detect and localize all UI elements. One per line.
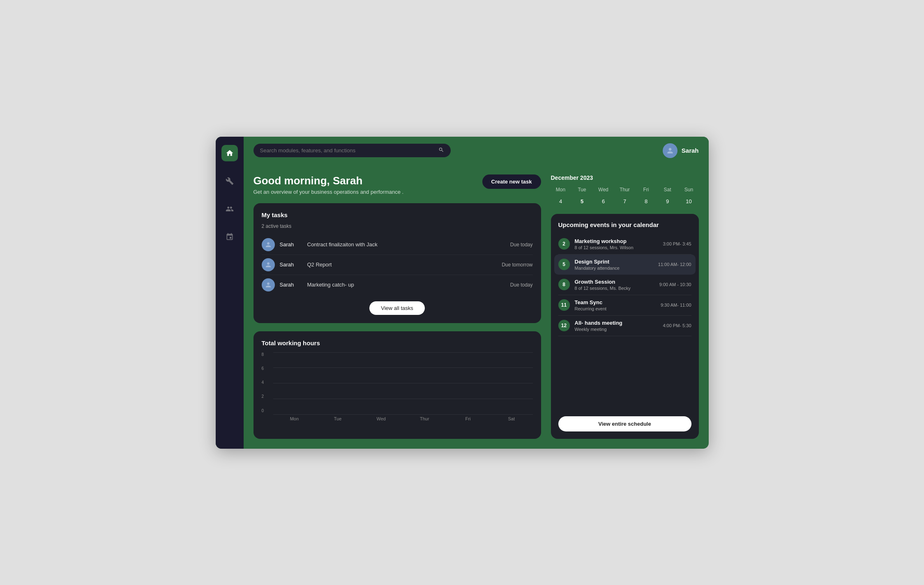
bars-area (273, 352, 533, 415)
task-list: Sarah Contract finalizaiton with Jack Du… (262, 235, 533, 295)
right-panel: December 2023 MonTueWedThurFriSatSun4567… (551, 174, 699, 439)
calendar-days: MonTueWedThurFriSatSun45678910 (551, 185, 699, 207)
task-avatar (262, 238, 275, 251)
event-item[interactable]: 12 All- hands meeting Weekly meeting 4:0… (558, 316, 691, 336)
tasks-card: My tasks 2 active tasks Sarah Contract f… (253, 203, 541, 323)
left-panel: Good morning, Sarah Get an overview of y… (253, 174, 541, 439)
chart-title: Total working hours (262, 340, 533, 346)
y-label-0: 0 (262, 408, 270, 413)
search-icon (438, 147, 444, 154)
event-name: Team Sync (575, 299, 656, 305)
chart-container: 8 6 4 2 0 (262, 352, 533, 422)
view-schedule-button[interactable]: View entire schedule (558, 416, 691, 431)
sidebar-item-people[interactable] (221, 201, 238, 217)
task-name: Q2 Report (307, 262, 497, 268)
search-input[interactable] (260, 147, 435, 154)
event-time: 9:00 AM - 10:30 (659, 282, 691, 287)
event-num: 12 (558, 320, 570, 331)
event-info: Team Sync Recurring event (575, 299, 656, 311)
cal-day[interactable]: 7 (619, 196, 631, 207)
task-name: Marketing catch- up (307, 282, 505, 288)
cal-day[interactable]: 9 (662, 196, 673, 207)
events-card: Upcoming events in your calendar 2 Marke… (551, 214, 699, 439)
tasks-section-title: My tasks (262, 211, 533, 218)
bar-label: Mon (277, 415, 313, 422)
user-name: Sarah (682, 147, 699, 154)
event-name: Marketing workshop (575, 238, 658, 244)
greeting-text: Good morning, Sarah Get an overview of y… (253, 174, 404, 195)
event-info: Growth Session 8 of 12 sessions, Ms. Bec… (575, 279, 654, 291)
task-user: Sarah (280, 262, 302, 268)
bar-label: Wed (363, 415, 399, 422)
event-info: Marketing workshop 8 of 12 sessions, Mrs… (575, 238, 658, 250)
greeting-row: Good morning, Sarah Get an overview of y… (253, 174, 541, 195)
sidebar (216, 137, 244, 449)
event-sub: Recurring event (575, 306, 656, 311)
event-sub: 8 of 12 sessions, Ms. Becky (575, 286, 654, 291)
calendar-month: December 2023 (551, 174, 699, 181)
y-axis: 8 6 4 2 0 (262, 352, 270, 422)
cal-day[interactable]: 4 (555, 196, 567, 207)
content-area: Good morning, Sarah Get an overview of y… (244, 165, 709, 449)
sidebar-item-home[interactable] (221, 145, 238, 161)
user-area: Sarah (663, 143, 699, 158)
event-info: Design Sprint Mandatory attendance (575, 259, 653, 271)
event-num: 2 (558, 238, 570, 250)
sidebar-item-tools[interactable] (221, 173, 238, 189)
event-sub: Mandatory attendance (575, 266, 653, 271)
app-window: Sarah Good morning, Sarah Get an overvie… (216, 137, 709, 449)
y-label-6: 6 (262, 366, 270, 371)
cal-day-header: Sun (679, 185, 699, 194)
task-due: Due tomorrow (502, 262, 532, 268)
cal-day-header: Wed (594, 185, 613, 194)
event-num: 11 (558, 299, 570, 311)
task-due: Due today (510, 282, 533, 288)
search-bar[interactable] (253, 144, 451, 157)
main-content: Sarah Good morning, Sarah Get an overvie… (244, 137, 709, 449)
task-due: Due today (510, 242, 533, 248)
calendar-section: December 2023 MonTueWedThurFriSatSun4567… (551, 174, 699, 207)
cal-day[interactable]: 5 (576, 196, 588, 207)
event-time: 4:00 PM- 5:30 (663, 323, 691, 328)
cal-day[interactable]: 10 (683, 196, 695, 207)
event-time: 9:30 AM- 11:00 (661, 303, 691, 307)
bars-inner (273, 352, 533, 415)
event-item[interactable]: 5 Design Sprint Mandatory attendance 11:… (554, 255, 696, 275)
task-avatar (262, 258, 275, 271)
event-sub: Weekly meeting (575, 327, 658, 332)
view-all-tasks-button[interactable]: View all tasks (369, 301, 425, 315)
event-name: Growth Session (575, 279, 654, 285)
cal-day-header: Tue (572, 185, 592, 194)
task-user: Sarah (280, 282, 302, 288)
event-num: 5 (558, 259, 570, 270)
cal-day[interactable]: 6 (598, 196, 609, 207)
task-row: Sarah Contract finalizaiton with Jack Du… (262, 235, 533, 255)
create-task-button[interactable]: Create new task (482, 174, 541, 189)
bars-wrapper: MonTueWedThurFriSat (273, 352, 533, 422)
bar-label: Tue (320, 415, 356, 422)
chart-card: Total working hours 8 6 4 2 0 (253, 331, 541, 439)
bar-labels-row: MonTueWedThurFriSat (273, 415, 533, 422)
y-label-2: 2 (262, 394, 270, 399)
event-num: 8 (558, 279, 570, 290)
task-row: Sarah Q2 Report Due tomorrow (262, 255, 533, 275)
greeting-title: Good morning, Sarah (253, 174, 404, 187)
event-item[interactable]: 8 Growth Session 8 of 12 sessions, Ms. B… (558, 275, 691, 295)
bar-label: Thur (407, 415, 443, 422)
header: Sarah (244, 137, 709, 165)
task-row: Sarah Marketing catch- up Due today (262, 275, 533, 295)
greeting-subtitle: Get an overview of your business operati… (253, 189, 404, 195)
cal-day-header: Sat (658, 185, 677, 194)
events-list: 2 Marketing workshop 8 of 12 sessions, M… (558, 234, 691, 411)
events-title: Upcoming events in your calendar (558, 221, 691, 228)
cal-day-header: Mon (551, 185, 571, 194)
event-info: All- hands meeting Weekly meeting (575, 320, 658, 332)
sidebar-item-calendar[interactable] (221, 229, 238, 245)
event-name: Design Sprint (575, 259, 653, 265)
cal-day[interactable]: 8 (641, 196, 652, 207)
event-item[interactable]: 2 Marketing workshop 8 of 12 sessions, M… (558, 234, 691, 255)
event-item[interactable]: 11 Team Sync Recurring event 9:30 AM- 11… (558, 295, 691, 316)
bar-label: Sat (493, 415, 530, 422)
avatar (663, 143, 677, 158)
task-user: Sarah (280, 241, 302, 248)
